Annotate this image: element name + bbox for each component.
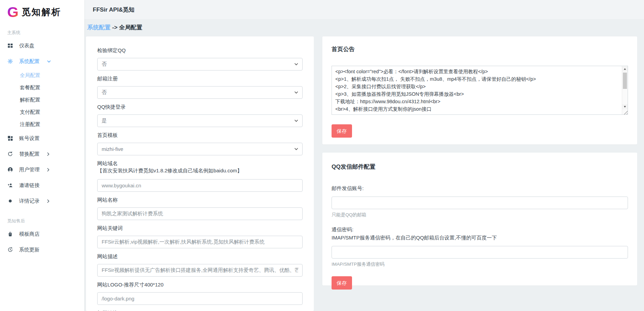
scrollbar-thumb[interactable]	[623, 73, 627, 89]
sidebar-subitem-register-config[interactable]: 注册配置	[0, 118, 84, 130]
shopping-bag-icon	[7, 231, 13, 237]
chevron-right-icon	[47, 168, 49, 172]
mail-password-help: IMAP/SMTP服务通信密码	[332, 261, 628, 267]
input-site-description[interactable]	[97, 264, 303, 277]
input-site-logo[interactable]	[97, 292, 303, 305]
sidebar-item-label: 详情记录	[19, 198, 40, 204]
sidebar-subitem-label: 注册配置	[20, 121, 40, 128]
mail-save-button[interactable]: 保存	[332, 276, 352, 290]
sidebar-item-label: 仪表盘	[19, 43, 34, 49]
breadcrumb-current: 全局配置	[119, 24, 142, 31]
mail-account-input[interactable]	[332, 197, 628, 209]
breadcrumb: 系统配置 -> 全局配置	[87, 24, 637, 31]
select-check-bind-qq[interactable]: 否	[97, 58, 303, 71]
form-field: QQ快捷登录 是	[97, 104, 303, 127]
brand-g-icon: G	[7, 5, 18, 19]
account-grid-icon	[7, 136, 13, 141]
sidebar-section-aftersale: 觅知售后	[7, 218, 84, 224]
announcement-textarea[interactable]: <p><font color="red">必看：</font>请到解析设置里查看…	[332, 66, 628, 115]
sidebar-item-label: 系统配置	[19, 58, 40, 65]
chevron-right-icon	[47, 152, 49, 156]
sidebar-item-label: 用户管理	[19, 167, 40, 173]
page-title: FFSir API&觅知	[93, 6, 134, 14]
sidebar-subitem-label: 全局配置	[20, 72, 40, 79]
sidebar-section-main: 主系统	[7, 30, 84, 36]
sidebar-item-label: 系统更新	[19, 247, 40, 253]
sidebar-subitem-label: 支付配置	[20, 109, 40, 115]
sidebar-item-label: 账号设置	[19, 135, 40, 142]
field-label: 加群链接	[97, 310, 303, 311]
sidebar-item-system-config[interactable]: 系统配置	[0, 53, 84, 69]
form-field: 网站名称	[97, 197, 303, 220]
chevron-down-icon	[294, 63, 298, 65]
chevron-down-icon	[294, 148, 298, 150]
sidebar-item-template-store[interactable]: 模板商店	[0, 226, 84, 242]
sidebar-item-user-management[interactable]: 用户管理	[0, 162, 84, 177]
field-sublabel: 【首次安装扶风计费觅知v1.8.2修改成自己域名例如baidu.com】	[97, 167, 303, 175]
sidebar-subitem-parse-config[interactable]: 解析配置	[0, 94, 84, 106]
app-window: G 觅知解析 主系统 仪表盘 系统配置 全局配置 套餐配置 解析配置	[0, 0, 644, 311]
form-field: 网站LOGO-推荐尺寸400*120	[97, 281, 303, 305]
field-label: 检验绑定QQ	[97, 47, 303, 53]
mail-account-help: 只能是QQ的邮箱	[332, 212, 628, 218]
sidebar-subitem-global-config[interactable]: 全局配置	[0, 69, 84, 81]
mail-config-title: QQ发信邮件配置	[332, 163, 628, 171]
form-field: 网站描述	[97, 253, 303, 277]
chevron-right-icon	[47, 199, 49, 203]
announcement-title: 首页公告	[332, 45, 628, 53]
sidebar: G 觅知解析 主系统 仪表盘 系统配置 全局配置 套餐配置 解析配置	[0, 0, 84, 311]
replace-icon	[7, 151, 13, 157]
announcement-card: 首页公告 <p><font color="red">必看：</font>请到解析…	[322, 36, 637, 144]
input-site-domain[interactable]	[97, 179, 303, 192]
chevron-down-icon	[47, 60, 51, 63]
select-home-template[interactable]: mizhi-five	[97, 143, 303, 155]
mail-password-label: 通信密码:	[332, 226, 628, 234]
sidebar-item-account-settings[interactable]: 账号设置	[0, 130, 84, 146]
form-field: 加群链接	[97, 310, 303, 311]
sidebar-item-label: 模板商店	[19, 231, 40, 237]
field-label: 网站关键词	[97, 225, 303, 231]
mail-password-input[interactable]	[332, 246, 628, 259]
form-field: 网站关键词	[97, 225, 303, 248]
select-email-register[interactable]: 否	[97, 86, 303, 99]
gear-icon	[7, 59, 13, 64]
sidebar-item-dashboard[interactable]: 仪表盘	[0, 38, 84, 53]
scroll-up-arrow-icon[interactable]	[622, 66, 628, 72]
user-plus-icon	[7, 183, 13, 188]
field-label: 网站描述	[97, 253, 303, 260]
select-value: 否	[102, 61, 107, 67]
select-value: 否	[102, 89, 107, 96]
form-field: 检验绑定QQ 否	[97, 47, 303, 71]
form-field: 邮箱注册 否	[97, 75, 303, 99]
scroll-down-arrow-icon[interactable]	[622, 104, 628, 109]
main-area: FFSir API&觅知 系统配置 -> 全局配置 检验绑定QQ 否	[84, 0, 644, 311]
field-label: 网站名称	[97, 197, 303, 203]
announcement-save-button[interactable]: 保存	[332, 124, 352, 138]
sidebar-item-replace-config[interactable]: 替换配置	[0, 146, 84, 162]
input-site-name[interactable]	[97, 207, 303, 220]
global-config-form: 检验绑定QQ 否 邮箱注册 否 QQ快捷	[86, 36, 314, 311]
mail-config-card: QQ发信邮件配置 邮件发信账号: 只能是QQ的邮箱 通信密码: IMAP/SMT…	[322, 153, 637, 285]
sidebar-subitem-label: 套餐配置	[20, 84, 40, 91]
sidebar-item-detail-records[interactable]: 详情记录	[0, 193, 84, 209]
sidebar-subitem-label: 解析配置	[20, 97, 40, 103]
sidebar-subitem-payment-config[interactable]: 支付配置	[0, 106, 84, 118]
form-field: 首页模板 mizhi-five	[97, 132, 303, 155]
chevron-down-icon	[294, 91, 298, 94]
sidebar-item-invite-link[interactable]: 邀请链接	[0, 177, 84, 193]
input-site-keywords[interactable]	[97, 236, 303, 248]
select-qq-quick-login[interactable]: 是	[97, 114, 303, 127]
brand-logo[interactable]: G 觅知解析	[0, 0, 84, 20]
select-value: 是	[102, 118, 107, 124]
sidebar-item-label: 邀请链接	[19, 182, 40, 189]
content-area: 系统配置 -> 全局配置 检验绑定QQ 否 邮箱注册	[84, 19, 644, 311]
sidebar-item-system-update[interactable]: 系统更新	[0, 242, 84, 258]
field-label: QQ快捷登录	[97, 104, 303, 110]
textarea-scrollbar[interactable]	[622, 66, 628, 114]
breadcrumb-parent-link[interactable]: 系统配置	[87, 24, 111, 31]
mail-account-label: 邮件发信账号:	[332, 184, 628, 192]
breadcrumb-separator: ->	[112, 24, 118, 31]
select-value: mizhi-five	[102, 146, 123, 152]
dot-circle-icon	[7, 198, 13, 204]
sidebar-subitem-package-config[interactable]: 套餐配置	[0, 81, 84, 94]
